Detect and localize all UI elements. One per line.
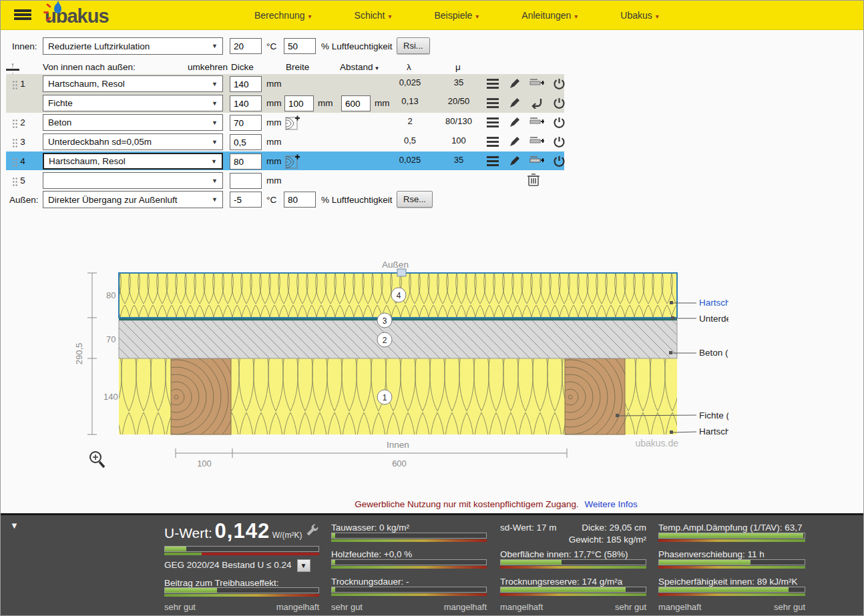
treibhaus-label: Beitrag zum Treibhauseffekt:	[164, 578, 279, 588]
umkehren-link[interactable]: umkehren	[188, 62, 228, 72]
logo-ray-icon	[43, 11, 49, 13]
insert-layer-icon[interactable]	[529, 153, 545, 168]
power-toggle-icon[interactable]	[551, 76, 567, 91]
layer-menu-icon[interactable]	[485, 95, 501, 110]
power-toggle-icon[interactable]	[551, 115, 567, 129]
tav-label: Temp.Ampl.Dämpfung (1/TAV): 63,7	[658, 523, 803, 533]
construction-cross-section: 80 70 140 290,5 4 3 2 1 Außen Innen ubak…	[41, 260, 728, 480]
material-select-row4[interactable]: Hartschaum, Resol▼	[43, 153, 223, 170]
aussen-surface-select[interactable]: Direkter Übergang zur Außenluft▼	[43, 191, 223, 208]
material-select-row2[interactable]: Beton▼	[43, 114, 223, 131]
scale-right: mangelhaft	[444, 602, 487, 612]
results-panel: ▼ U-Wert: 0,142 W/(m²K) GEG 2020/24 Best…	[1, 513, 864, 616]
geg-dropdown-button[interactable]: ▼	[297, 559, 310, 572]
col-abstand[interactable]: Abstand ▾	[340, 62, 379, 72]
tauwasser-bar	[331, 533, 487, 539]
mu-value: 35	[439, 77, 479, 87]
layer-menu-icon[interactable]	[485, 153, 501, 168]
abstand-input-fichte[interactable]	[341, 95, 371, 111]
hamburger-menu-icon[interactable]	[14, 8, 31, 23]
rotate-beam-icon[interactable]	[529, 95, 545, 110]
trocknungsreserve-bar	[500, 587, 646, 593]
mu-value: 35	[439, 155, 479, 165]
material-select-row5[interactable]: ▼	[43, 172, 223, 189]
material-select-row1[interactable]: Hartschaum, Resol▼	[43, 75, 223, 92]
rse-button[interactable]: Rse...	[397, 191, 433, 208]
label-layer2[interactable]: Beton (70mm)	[699, 348, 728, 358]
label-layer3[interactable]: Unterdeckbahn sd=0,05m (0,5mm)	[699, 314, 728, 324]
dicke-input-row3[interactable]	[230, 134, 262, 150]
edit-pencil-icon[interactable]	[507, 153, 523, 168]
label-layer1[interactable]: Hartschaum, Resol (140mm)	[699, 426, 728, 436]
chevron-down-icon: ▾	[475, 13, 479, 20]
label-beam[interactable]: Fichte (140x100mm²)	[699, 410, 728, 420]
add-beam-icon[interactable]	[284, 153, 300, 168]
trash-icon[interactable]	[525, 172, 542, 187]
chevron-down-icon: ▼	[212, 119, 218, 126]
add-beam-icon[interactable]	[284, 115, 300, 129]
insert-layer-icon[interactable]	[529, 134, 545, 149]
unit-mm: mm	[318, 98, 333, 108]
layer-menu-icon[interactable]	[485, 134, 501, 149]
speicher-bar	[658, 587, 805, 593]
innen-surface-select[interactable]: Reduzierte Luftzirkulation▼	[43, 37, 223, 55]
lambda-value: 0,13	[390, 96, 430, 106]
dim-140: 140	[103, 392, 118, 402]
material-select-fichte[interactable]: Fichte▼	[43, 95, 223, 111]
layer-menu-icon[interactable]	[485, 115, 501, 129]
aussen-humidity-input[interactable]	[284, 192, 316, 208]
innen-temperature-input[interactable]	[230, 38, 262, 54]
edit-pencil-icon[interactable]	[507, 95, 523, 110]
dim-100: 100	[197, 458, 212, 469]
nav-schicht[interactable]: Schicht▾	[355, 10, 392, 21]
nav-anleitungen[interactable]: Anleitungen▾	[521, 10, 578, 21]
unit-mm: mm	[375, 98, 390, 108]
logo-waterdrop-icon	[54, 3, 61, 13]
innen-humidity-input[interactable]	[284, 38, 316, 54]
power-toggle-icon[interactable]	[551, 153, 567, 168]
edit-pencil-icon[interactable]	[507, 76, 523, 91]
insert-layer-icon[interactable]	[529, 76, 545, 91]
header-bar: ubakus Berechnung▾ Schicht▾ Beispiele▾ A…	[1, 1, 864, 30]
dicke-input-row4[interactable]	[230, 153, 262, 170]
power-toggle-icon[interactable]	[551, 95, 567, 110]
chevron-down-icon: ▼	[212, 43, 218, 49]
layer-menu-icon[interactable]	[485, 76, 501, 91]
nav-berechnung[interactable]: Berechnung▾	[254, 10, 312, 21]
scale-left: sehr gut	[331, 602, 363, 612]
label-layer4[interactable]: Hartschaum, Resol (80mm)	[699, 298, 728, 308]
dim-70: 70	[106, 334, 116, 344]
insert-layer-icon[interactable]	[529, 115, 545, 129]
sd-wert-label: sd-Wert: 17 m	[500, 523, 557, 533]
aussen-temperature-input[interactable]	[230, 192, 262, 208]
geg-standard-label: GEG 2020/24 Bestand U ≤ 0.24▼	[164, 559, 310, 572]
power-toggle-icon[interactable]	[551, 134, 567, 149]
dicke-input-row1[interactable]	[230, 76, 262, 92]
ubakus-logo[interactable]: ubakus	[45, 3, 109, 29]
tav-bar	[658, 533, 805, 539]
dicke-input-fichte[interactable]	[230, 95, 262, 111]
settings-wrench-icon[interactable]	[306, 523, 319, 539]
panel-collapse-icon[interactable]: ▼	[10, 521, 19, 531]
nav-ubakus[interactable]: Ubakus▾	[620, 10, 659, 21]
results-col-surface: sd-Wert: 17 m Dicke: 29,05 cm Gewicht: 1…	[500, 515, 646, 616]
edit-pencil-icon[interactable]	[507, 134, 523, 149]
dicke-input-row2[interactable]	[230, 115, 262, 131]
zoom-in-icon[interactable]	[90, 452, 104, 467]
dicke-input-row5[interactable]	[230, 173, 262, 189]
weitere-infos-link[interactable]: Weitere Infos	[584, 499, 637, 509]
dim-80: 80	[106, 290, 116, 300]
dim-600: 600	[392, 458, 407, 469]
gewicht-label: Gewicht: 185 kg/m²	[569, 535, 646, 545]
lambda-value: 0,025	[390, 77, 430, 87]
u-wert-scale	[164, 553, 319, 555]
edit-pencil-icon[interactable]	[507, 115, 523, 129]
selection-handle[interactable]	[397, 269, 406, 276]
material-select-row3[interactable]: Unterdeckbahn sd=0,05m▼	[43, 133, 223, 150]
unit-mm: mm	[266, 117, 282, 127]
rsi-button[interactable]: Rsi...	[397, 37, 430, 54]
nav-beispiele[interactable]: Beispiele▾	[435, 10, 479, 21]
u-wert-value: U-Wert: 0,142 W/(m²K)	[164, 519, 302, 543]
breite-input-fichte[interactable]	[284, 95, 314, 111]
chevron-down-icon: ▾	[656, 13, 659, 20]
